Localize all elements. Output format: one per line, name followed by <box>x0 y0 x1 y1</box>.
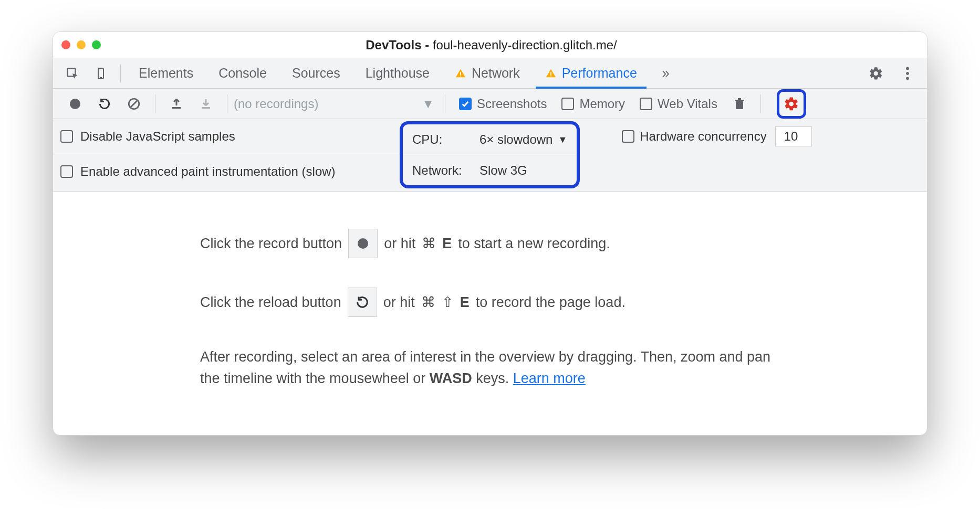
webvitals-checkbox[interactable]: Web Vitals <box>640 97 717 111</box>
chevron-down-icon: ▼ <box>422 97 439 111</box>
tab-network[interactable]: Network <box>442 58 533 88</box>
titlebar: DevTools - foul-heavenly-direction.glitc… <box>53 32 927 58</box>
instruction-reload: Click the reload button or hit ⌘ ⇧ E to … <box>200 288 780 317</box>
checkbox-icon <box>622 130 634 143</box>
svg-rect-17 <box>738 98 741 100</box>
capture-settings-panel: Disable JavaScript samples Enable advanc… <box>53 119 927 192</box>
hardware-concurrency-checkbox[interactable]: Hardware concurrency <box>622 129 766 144</box>
record-icon <box>348 229 378 258</box>
checkbox-icon <box>640 98 652 110</box>
inspect-element-icon[interactable] <box>60 61 85 86</box>
disable-js-samples-checkbox[interactable]: Disable JavaScript samples <box>53 129 400 144</box>
warning-icon <box>545 68 557 79</box>
svg-rect-6 <box>550 75 551 76</box>
tab-sources[interactable]: Sources <box>279 58 353 88</box>
record-button[interactable] <box>65 93 86 114</box>
svg-point-8 <box>906 72 909 75</box>
tab-more[interactable]: » <box>650 58 682 88</box>
instruction-record: Click the record button or hit ⌘ E to st… <box>200 229 780 258</box>
tab-performance[interactable]: Performance <box>533 58 650 88</box>
checkbox-icon <box>60 165 73 178</box>
hardware-concurrency-input[interactable]: 10 <box>775 126 812 146</box>
cpu-throttle-select[interactable]: CPU: 6× slowdown▼ <box>403 124 577 155</box>
svg-point-10 <box>70 99 80 109</box>
chevron-down-icon: ▼ <box>558 134 567 145</box>
svg-rect-4 <box>460 75 461 76</box>
performance-landing: Click the record button or hit ⌘ E to st… <box>53 192 927 405</box>
instruction-after: After recording, select an area of inter… <box>200 346 780 389</box>
svg-rect-15 <box>736 101 743 109</box>
svg-point-7 <box>906 67 909 70</box>
window-title: DevTools - foul-heavenly-direction.glitc… <box>64 38 919 52</box>
title-url: foul-heavenly-direction.glitch.me/ <box>433 38 617 52</box>
panel-tabs: Elements Console Sources Lighthouse Netw… <box>53 58 927 89</box>
tab-console[interactable]: Console <box>206 58 279 88</box>
title-prefix: DevTools - <box>366 38 433 52</box>
load-profile-button[interactable] <box>166 93 187 114</box>
tab-lighthouse[interactable]: Lighthouse <box>353 58 442 88</box>
svg-rect-16 <box>735 100 744 101</box>
device-toolbar-icon[interactable] <box>89 61 113 86</box>
tab-elements[interactable]: Elements <box>126 58 206 88</box>
settings-icon[interactable] <box>864 61 888 86</box>
svg-rect-14 <box>202 107 210 109</box>
svg-line-12 <box>131 100 138 107</box>
devtools-window: DevTools - foul-heavenly-direction.glitc… <box>53 31 927 436</box>
throttling-highlight: CPU: 6× slowdown▼ Network: Slow 3G <box>400 121 580 188</box>
svg-point-9 <box>906 77 909 80</box>
paint-instrumentation-checkbox[interactable]: Enable advanced paint instrumentation (s… <box>53 164 400 179</box>
learn-more-link[interactable]: Learn more <box>513 370 586 386</box>
memory-checkbox[interactable]: Memory <box>561 97 625 111</box>
reload-icon <box>348 288 377 317</box>
kebab-menu-icon[interactable] <box>895 61 920 86</box>
svg-rect-13 <box>172 107 181 109</box>
network-throttle-select[interactable]: Network: Slow 3G <box>403 155 577 185</box>
warning-icon <box>455 68 466 79</box>
reload-record-button[interactable] <box>94 93 115 114</box>
tab-list: Elements Console Sources Lighthouse Netw… <box>126 58 862 88</box>
screenshots-checkbox[interactable]: Screenshots <box>459 97 547 111</box>
checkbox-icon <box>459 98 472 110</box>
svg-point-18 <box>358 238 368 249</box>
save-profile-button[interactable] <box>195 93 216 114</box>
clear-button[interactable] <box>123 93 144 114</box>
recordings-dropdown[interactable]: (no recordings) ▼ <box>234 97 439 111</box>
garbage-collect-button[interactable] <box>729 93 750 114</box>
recordings-placeholder: (no recordings) <box>234 97 318 111</box>
checkbox-icon <box>561 98 574 110</box>
svg-rect-5 <box>550 72 551 75</box>
checkbox-icon <box>60 130 73 143</box>
performance-toolbar: (no recordings) ▼ Screenshots Memory Web… <box>53 89 927 119</box>
svg-rect-3 <box>460 72 461 75</box>
capture-settings-button[interactable] <box>777 89 806 119</box>
